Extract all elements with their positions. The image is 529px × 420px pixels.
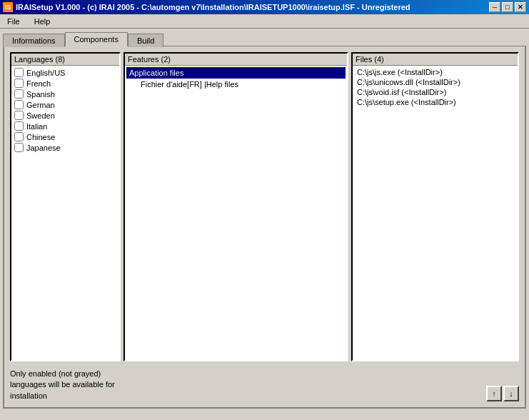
lang-item-spanish[interactable]: Spanish xyxy=(13,89,118,99)
lang-checkbox-sweden[interactable] xyxy=(14,111,24,120)
tab-components[interactable]: Components xyxy=(65,32,128,46)
lang-checkbox-german[interactable] xyxy=(14,100,24,109)
title-text: IRAISetup V1.000 - (c) IRAI 2005 - C:\au… xyxy=(16,3,410,11)
languages-panel-header: Languages (8) xyxy=(11,54,119,66)
file-item-0: C:\js\js.exe (<InstallDir>) xyxy=(354,67,516,77)
feature-item-help-files[interactable]: Fichier d'aide[FR] |Help files xyxy=(126,79,346,90)
minimize-button[interactable]: ─ xyxy=(489,2,500,12)
panels-container: Languages (8) English/USFrenchSpanishGer… xyxy=(10,52,519,361)
lang-item-chinese[interactable]: Chinese xyxy=(13,131,118,142)
lang-item-french[interactable]: French xyxy=(13,78,118,89)
menu-bar: File Help xyxy=(0,14,529,29)
arrow-buttons: ↑ ↓ xyxy=(486,386,519,401)
tab-informations[interactable]: Informations xyxy=(3,34,65,47)
feature-item-app-files[interactable]: Application files xyxy=(126,67,346,79)
languages-panel-body: English/USFrenchSpanishGermanSwedenItali… xyxy=(11,66,119,360)
features-panel-body: Application filesFichier d'aide[FR] |Hel… xyxy=(125,66,347,360)
close-button[interactable]: ✕ xyxy=(515,2,526,12)
lang-item-japanese[interactable]: Japanese xyxy=(13,142,118,153)
files-panel: Files (4) C:\js\js.exe (<InstallDir>)C:\… xyxy=(351,52,519,361)
features-panel: Features (2) Application filesFichier d'… xyxy=(124,52,348,361)
title-bar-controls: ─ □ ✕ xyxy=(489,2,526,12)
lang-item-english[interactable]: English/US xyxy=(13,67,118,78)
files-panel-header: Files (4) xyxy=(353,54,518,66)
menu-help[interactable]: Help xyxy=(30,16,55,27)
title-bar-left: IS IRAISetup V1.000 - (c) IRAI 2005 - C:… xyxy=(3,2,410,12)
lang-checkbox-spanish[interactable] xyxy=(14,89,24,99)
menu-file[interactable]: File xyxy=(3,16,24,27)
tab-bar: Informations Components Build xyxy=(0,29,529,46)
lang-label-italian: Italian xyxy=(26,122,47,131)
tab-build[interactable]: Build xyxy=(128,34,163,47)
lang-checkbox-english[interactable] xyxy=(14,68,24,77)
lang-checkbox-chinese[interactable] xyxy=(14,132,24,141)
lang-label-spanish: Spanish xyxy=(26,90,55,99)
lang-item-german[interactable]: German xyxy=(13,99,118,110)
maximize-button[interactable]: □ xyxy=(502,2,513,12)
lang-label-chinese: Chinese xyxy=(26,133,55,141)
main-content: Languages (8) English/USFrenchSpanishGer… xyxy=(3,46,526,409)
file-item-1: C:\js\unicows.dll (<InstallDir>) xyxy=(354,77,516,87)
app-icon: IS xyxy=(3,2,13,12)
lang-checkbox-italian[interactable] xyxy=(14,121,24,131)
files-panel-body: C:\js\js.exe (<InstallDir>)C:\js\unicows… xyxy=(353,66,518,360)
file-item-2: C:\js\void.isf (<InstallDir>) xyxy=(354,87,516,97)
move-up-button[interactable]: ↑ xyxy=(486,386,502,401)
lang-label-sweden: Sweden xyxy=(26,111,55,120)
lang-item-sweden[interactable]: Sweden xyxy=(13,110,118,121)
move-down-button[interactable]: ↓ xyxy=(503,386,519,401)
languages-panel: Languages (8) English/USFrenchSpanishGer… xyxy=(10,52,121,361)
lang-label-french: French xyxy=(26,79,51,88)
lang-checkbox-french[interactable] xyxy=(14,79,24,88)
file-item-3: C:\js\setup.exe (<InstallDir>) xyxy=(354,97,516,107)
lang-item-italian[interactable]: Italian xyxy=(13,121,118,131)
lang-label-english: English/US xyxy=(26,69,65,77)
bottom-area: Only enabled (not grayed) languages will… xyxy=(10,366,519,401)
lang-checkbox-japanese[interactable] xyxy=(14,143,24,152)
features-panel-header: Features (2) xyxy=(125,54,347,66)
lang-label-german: German xyxy=(26,101,55,109)
title-bar: IS IRAISetup V1.000 - (c) IRAI 2005 - C:… xyxy=(0,0,529,14)
bottom-note: Only enabled (not grayed) languages will… xyxy=(10,369,124,401)
lang-label-japanese: Japanese xyxy=(26,144,61,152)
